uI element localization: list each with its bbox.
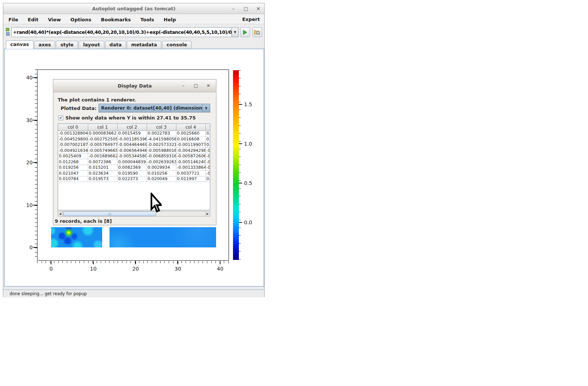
table-cell-r0-c3[interactable]: 0.0022783 xyxy=(147,131,176,136)
table-cell-r3-c0[interactable]: -0.004921634... xyxy=(58,148,88,154)
table-cell-r0-c5[interactable]: 0.00 xyxy=(205,131,210,136)
scroll-left-icon[interactable]: ◀ xyxy=(58,211,63,216)
table-cell-r2-c3[interactable]: -0.002573321... xyxy=(147,142,176,148)
table-cell-r8-c2[interactable]: 0.022373 xyxy=(117,176,147,182)
table-cell-r8-c3[interactable]: 0.020049 xyxy=(147,176,176,182)
table-cell-r1-c1[interactable]: -0.002752505... xyxy=(88,136,117,142)
table-cell-r0-c4[interactable]: 0.0025660 xyxy=(176,131,205,136)
table-cell-r7-c3[interactable]: 0.010256 xyxy=(147,171,176,176)
go-button[interactable] xyxy=(240,27,250,37)
table-cell-r4-c2[interactable]: -0.005344580... xyxy=(117,153,147,159)
table-cell-r5-c5[interactable]: -0.0 xyxy=(205,159,210,165)
tab-console[interactable]: console xyxy=(162,41,191,49)
table-cell-r5-c1[interactable]: 0.0072386 xyxy=(88,159,117,165)
table-cell-r2-c5[interactable]: 0.00 xyxy=(205,142,210,148)
close-icon[interactable]: ✕ xyxy=(255,6,261,11)
table-horizontal-scrollbar[interactable]: ◀ ▶ xyxy=(58,211,210,217)
menu-item-edit[interactable]: Edit xyxy=(28,17,39,22)
colorbar-major-tick xyxy=(239,143,242,144)
table-row: 0.0192560.0152010.00823690.0029934-0.001… xyxy=(58,165,210,171)
colorbar-major-tick xyxy=(239,183,242,183)
table-cell-r5-c2[interactable]: 0.000044839 xyxy=(117,159,147,165)
table-cell-r7-c0[interactable]: 0.021047 xyxy=(58,171,88,176)
address-input[interactable]: +rand(40,40)*(exp(-distance(40,40,20,20,… xyxy=(11,27,232,37)
colorbar[interactable] xyxy=(233,70,239,260)
menu-item-expert[interactable]: Expert xyxy=(242,17,260,22)
table-cell-r7-c5[interactable]: -0.0 xyxy=(205,171,210,176)
tab-canvas[interactable]: canvas xyxy=(6,40,33,49)
table-cell-r5-c0[interactable]: 0.012268 xyxy=(58,159,88,165)
menu-item-options[interactable]: Options xyxy=(71,17,92,22)
plotted-data-select-arrow[interactable]: ▼ xyxy=(202,104,210,112)
menu-item-view[interactable]: View xyxy=(48,17,61,22)
table-cell-r8-c1[interactable]: 0.019573 xyxy=(88,176,117,182)
table-cell-r3-c2[interactable]: -0.006564946... xyxy=(117,148,147,154)
table-header-col-5[interactable] xyxy=(205,124,210,131)
table-cell-r7-c4[interactable]: 0.0037721 xyxy=(176,171,205,176)
tab-axes[interactable]: axes xyxy=(34,41,55,49)
scroll-right-icon[interactable]: ▶ xyxy=(205,211,210,216)
table-header-col-1[interactable]: col 1 xyxy=(88,124,117,131)
table-cell-r4-c5[interactable]: -0.0 xyxy=(205,153,210,159)
table-cell-r3-c3[interactable]: -0.005988016... xyxy=(147,148,176,154)
table-cell-r6-c3[interactable]: 0.0029934 xyxy=(147,165,176,171)
table-cell-r6-c5[interactable]: -0.0 xyxy=(205,165,210,171)
table-header-col-2[interactable]: col 2 xyxy=(117,124,147,131)
table-cell-r1-c3[interactable]: -4.041598058... xyxy=(147,136,176,142)
table-header-col-3[interactable]: col 3 xyxy=(147,124,176,131)
x-axis-tick-label: 20 xyxy=(130,266,141,272)
menu-item-file[interactable]: File xyxy=(8,17,18,22)
table-cell-r4-c4[interactable]: -0.005872606... xyxy=(176,153,205,159)
table-cell-r2-c1[interactable]: -0.005784977... xyxy=(88,142,117,148)
table-cell-r6-c0[interactable]: 0.019256 xyxy=(58,165,88,171)
minimize-icon[interactable]: – xyxy=(230,6,236,11)
table-cell-r1-c2[interactable]: -0.001185396... xyxy=(117,136,147,142)
table-cell-r1-c5[interactable]: 0.00 xyxy=(205,136,210,142)
tab-layout[interactable]: layout xyxy=(79,41,104,49)
table-cell-r3-c1[interactable]: -0.005749665... xyxy=(88,148,117,154)
dialog-maximize-icon[interactable]: □ xyxy=(193,83,198,88)
table-cell-r5-c3[interactable]: -0.002639263... xyxy=(147,159,176,165)
menu-item-tools[interactable]: Tools xyxy=(140,17,154,22)
table-cell-r4-c3[interactable]: -0.006859316... xyxy=(147,153,176,159)
scrollbar-thumb[interactable] xyxy=(63,211,156,216)
table-cell-r8-c5[interactable]: 0.00 xyxy=(205,176,210,182)
table-cell-r2-c4[interactable]: -0.001199077... xyxy=(176,142,205,148)
address-dropdown-button[interactable]: ▼ xyxy=(232,27,239,37)
table-cell-r6-c2[interactable]: 0.0082369 xyxy=(117,165,147,171)
table-row: -0.001328804...0.0000836620.00154590.002… xyxy=(58,131,210,136)
table-cell-r1-c0[interactable]: -0.004529800... xyxy=(58,136,88,142)
table-header-col-0[interactable]: col 0 xyxy=(58,124,88,131)
table-cell-r6-c1[interactable]: 0.015201 xyxy=(88,165,117,171)
menu-item-help[interactable]: Help xyxy=(164,17,176,22)
tab-data[interactable]: data xyxy=(105,41,126,49)
browse-button[interactable] xyxy=(252,27,262,37)
filter-checkbox[interactable]: ✔ xyxy=(58,115,63,120)
table-cell-r7-c2[interactable]: 0.019590 xyxy=(117,171,147,176)
table-cell-r8-c4[interactable]: 0.011997 xyxy=(176,176,205,182)
table-cell-r0-c2[interactable]: 0.0015459 xyxy=(117,131,147,136)
dialog-close-icon[interactable]: ✕ xyxy=(206,83,211,88)
plotted-data-select[interactable]: Renderer 0: dataset[40,40] (dimension... xyxy=(98,104,210,112)
table-cell-r6-c4[interactable]: -0.001333864... xyxy=(176,165,205,171)
table-cell-r2-c0[interactable]: -0.007002187... xyxy=(58,142,88,148)
maximize-icon[interactable]: □ xyxy=(243,6,249,11)
table-cell-r3-c4[interactable]: -0.004294298... xyxy=(176,148,205,154)
table-cell-r7-c1[interactable]: 0.023634 xyxy=(88,171,117,176)
table-cell-r8-c0[interactable]: 0.010784 xyxy=(58,176,88,182)
table-cell-r4-c0[interactable]: 0.0025409 xyxy=(58,153,88,159)
table-cell-r2-c2[interactable]: -0.004464469... xyxy=(117,142,147,148)
window-titlebar[interactable]: Autoplot untagged (as tomcat) xyxy=(3,3,264,14)
table-cell-r3-c5[interactable]: -0.0 xyxy=(205,148,210,154)
play-icon xyxy=(243,30,248,35)
table-cell-r1-c4[interactable]: 0.0016608 xyxy=(176,136,205,142)
table-cell-r0-c0[interactable]: -0.001328804... xyxy=(58,131,88,136)
table-header-col-4[interactable]: col 4 xyxy=(176,124,205,131)
tab-style[interactable]: style xyxy=(56,41,78,49)
dialog-minimize-icon[interactable]: – xyxy=(181,83,186,88)
table-cell-r0-c1[interactable]: 0.000083662 xyxy=(88,131,117,136)
tab-metadata[interactable]: metadata xyxy=(127,41,161,49)
menu-item-bookmarks[interactable]: Bookmarks xyxy=(101,17,131,22)
table-cell-r4-c1[interactable]: -0.001689662... xyxy=(88,153,117,159)
table-cell-r5-c4[interactable]: -0.005146240... xyxy=(176,159,205,165)
